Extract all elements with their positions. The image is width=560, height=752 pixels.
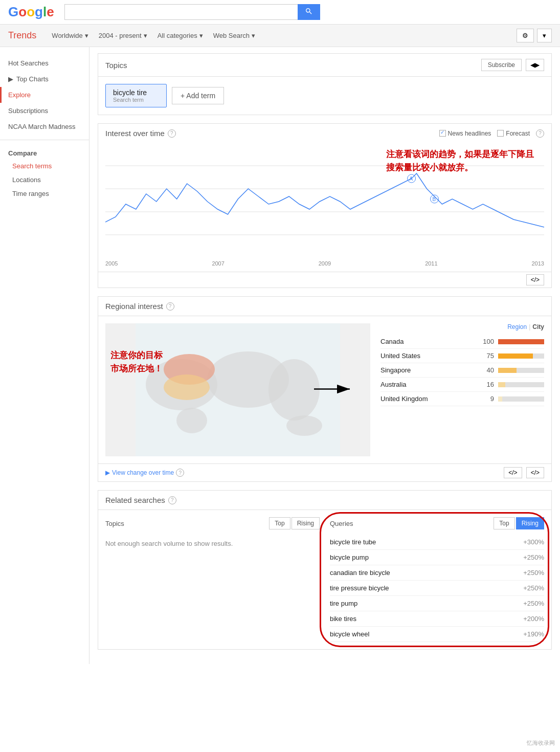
no-data-text: Not enough search volume to show results… xyxy=(105,535,320,552)
add-term-button[interactable]: + Add term xyxy=(172,87,224,104)
region-score-canada: 100 xyxy=(479,338,494,345)
settings-button[interactable]: ⚙ xyxy=(517,29,534,42)
query-term[interactable]: bicycle pump xyxy=(330,554,369,561)
embed-button-2[interactable]: </> xyxy=(504,467,522,478)
search-input[interactable]: bicycle tire xyxy=(64,4,298,20)
search-bar: bicycle tire xyxy=(64,4,320,20)
query-row: canadian tire bicycle +250% xyxy=(330,565,544,581)
trends-title[interactable]: Trends xyxy=(8,30,36,41)
nav-geo[interactable]: Worldwide ▾ xyxy=(52,32,88,39)
region-tabs: Region | City xyxy=(380,323,544,330)
chart-annotation: 注意看该词的趋势，如果是逐年下降且搜索量比较小就放弃。 xyxy=(386,148,534,174)
search-button[interactable] xyxy=(298,4,320,20)
interest-title: Interest over time ? xyxy=(105,129,176,138)
nav-category[interactable]: All categories ▾ xyxy=(158,32,203,39)
region-score-au: 16 xyxy=(479,381,494,388)
related-help-icon[interactable]: ? xyxy=(168,496,176,504)
queries-col: Queries Top Rising bicycle tire tube +30… xyxy=(330,517,544,642)
region-name-sg[interactable]: Singapore xyxy=(380,366,479,374)
interest-options: News headlines Forecast ? xyxy=(439,129,544,138)
share-button[interactable]: ◀▶ xyxy=(526,59,544,71)
subscribe-button[interactable]: Subscribe xyxy=(481,59,522,71)
query-pct: +250% xyxy=(523,584,544,592)
news-headlines-checkbox[interactable] xyxy=(439,130,446,137)
view-change-label: View change over time xyxy=(112,469,174,476)
related-title: Related searches xyxy=(105,496,165,504)
view-change-button[interactable]: ▶ View change over time ? xyxy=(105,469,184,477)
view-change-help[interactable]: ? xyxy=(176,469,184,477)
forecast-checkbox[interactable] xyxy=(497,130,504,137)
sidebar-item-ncaa[interactable]: NCAA March Madness xyxy=(0,119,89,135)
logo-g: G xyxy=(8,4,18,19)
search-term-tag[interactable]: bicycle tire Search term xyxy=(105,84,167,107)
logo-o2: o xyxy=(27,4,35,19)
region-bar-bg-canada xyxy=(498,339,544,344)
region-name-canada[interactable]: Canada xyxy=(380,338,479,345)
region-bar-bg-sg xyxy=(498,368,544,373)
svg-point-12 xyxy=(176,408,207,433)
embed-button[interactable]: </> xyxy=(526,274,544,285)
topics-top-btn[interactable]: Top xyxy=(269,517,290,529)
query-row: tire pump +250% xyxy=(330,596,544,611)
regional-section: Regional interest ? xyxy=(98,296,552,482)
queries-col-header: Queries Top Rising xyxy=(330,517,544,529)
forecast-label[interactable]: Forecast xyxy=(497,130,530,137)
query-pct: +200% xyxy=(523,615,544,623)
forecast-help-icon[interactable]: ? xyxy=(536,129,544,138)
embed-button-3[interactable]: </> xyxy=(526,467,544,478)
regional-help-icon[interactable]: ? xyxy=(166,302,174,311)
logo-o1: o xyxy=(18,4,27,19)
query-term[interactable]: bicycle wheel xyxy=(330,630,369,638)
sidebar-item-top-charts[interactable]: ▶ Top Charts xyxy=(0,71,89,87)
query-row: bicycle wheel +190% xyxy=(330,627,544,642)
region-bar-sg xyxy=(498,368,517,373)
map-area: 注意你的目标市场所在地！ xyxy=(105,323,370,456)
region-tab-city[interactable]: City xyxy=(532,323,544,330)
region-score-sg: 40 xyxy=(479,366,494,374)
svg-text:A: A xyxy=(410,176,413,182)
region-score-uk: 9 xyxy=(479,395,494,403)
query-term[interactable]: canadian tire bicycle xyxy=(330,569,390,577)
topics-col-label: Topics xyxy=(105,520,269,527)
svg-text:B: B xyxy=(433,196,436,202)
regional-title: Regional interest xyxy=(105,302,163,311)
interest-header: Interest over time ? News headlines Fore… xyxy=(105,129,544,138)
navbar: Trends Worldwide ▾ 2004 - present ▾ All … xyxy=(0,25,560,47)
sidebar-item-hot-searches[interactable]: Hot Searches xyxy=(0,55,89,71)
more-button[interactable]: ▾ xyxy=(537,29,552,42)
chevron-right-icon: ▶ xyxy=(8,75,13,83)
nav-date[interactable]: 2004 - present ▾ xyxy=(99,32,147,39)
query-term[interactable]: bike tires xyxy=(330,615,356,623)
query-term[interactable]: tire pump xyxy=(330,600,357,607)
topics-rising-btn[interactable]: Rising xyxy=(292,517,320,529)
region-row: Australia 16 xyxy=(380,378,544,392)
queries-rising-btn[interactable]: Rising xyxy=(516,517,544,529)
news-headlines-label[interactable]: News headlines xyxy=(439,130,491,137)
queries-top-btn[interactable]: Top xyxy=(494,517,514,529)
topics-section: Topics Subscribe ◀▶ bicycle tire Search … xyxy=(98,53,552,115)
query-term[interactable]: bicycle tire tube xyxy=(330,538,376,546)
regional-body: 注意你的目标市场所在地！ xyxy=(98,316,551,463)
related-body: Topics Top Rising Not enough search volu… xyxy=(98,510,551,649)
sidebar-compare-locations[interactable]: Locations xyxy=(0,173,89,187)
sidebar-compare-time-ranges[interactable]: Time ranges xyxy=(0,187,89,201)
nav-type[interactable]: Web Search ▾ xyxy=(213,32,255,39)
region-tab-region[interactable]: Region xyxy=(507,323,527,330)
region-name-au[interactable]: Australia xyxy=(380,381,479,388)
region-name-uk[interactable]: United Kingdom xyxy=(380,395,479,403)
region-name-us[interactable]: United States xyxy=(380,352,479,360)
region-row: United States 75 xyxy=(380,349,544,363)
map-arrow xyxy=(314,382,355,399)
search-term-label: Search term xyxy=(113,97,159,103)
logo-g2: g xyxy=(35,4,43,19)
sidebar-item-subscriptions[interactable]: Subscriptions xyxy=(0,103,89,119)
sidebar-item-explore[interactable]: Explore xyxy=(0,87,89,103)
sidebar-compare-search-terms[interactable]: Search terms xyxy=(0,159,89,173)
query-pct: +250% xyxy=(523,569,544,577)
compare-label: Compare xyxy=(0,145,89,159)
region-bar-bg-au xyxy=(498,382,544,387)
query-term[interactable]: tire pressure bicycle xyxy=(330,584,389,592)
svg-point-15 xyxy=(164,374,210,400)
region-bar-canada xyxy=(498,339,544,344)
interest-help-icon[interactable]: ? xyxy=(168,129,176,138)
